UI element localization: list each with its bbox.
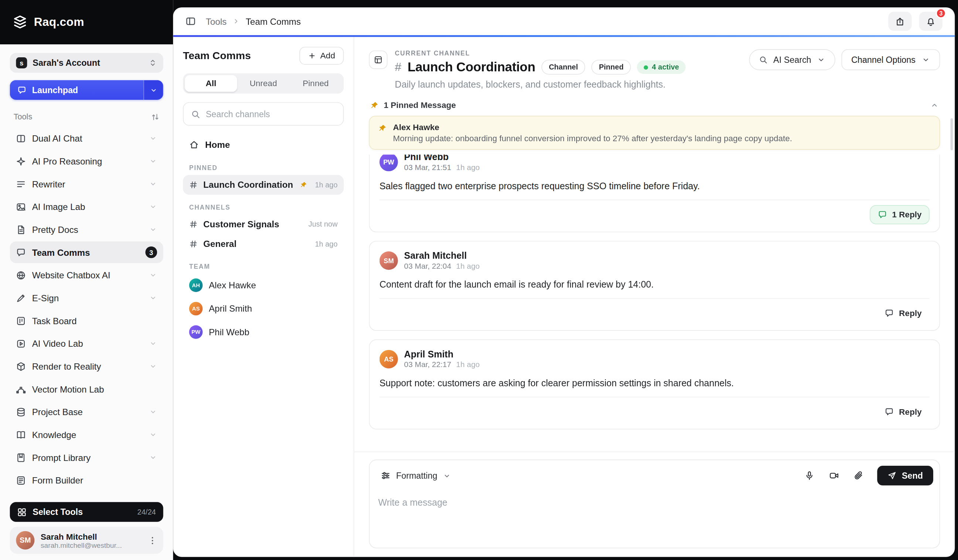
message-ago: 1h ago <box>456 360 480 369</box>
paperclip-icon <box>854 471 864 481</box>
sidebar-item-label: Vector Motion Lab <box>32 384 157 394</box>
sidebar-item-dual-ai-chat[interactable]: Dual AI Chat <box>10 127 163 149</box>
pinned-summary-bar[interactable]: 1 Pinned Message <box>369 98 940 112</box>
share-button[interactable] <box>888 12 912 31</box>
channel-item-customer-signals[interactable]: Customer SignalsJust now <box>183 214 344 234</box>
send-button[interactable]: Send <box>877 466 933 485</box>
channel-search[interactable] <box>183 102 344 126</box>
sidebar-item-form-builder[interactable]: Form Builder <box>10 470 163 491</box>
brand[interactable]: Raq.com <box>0 0 173 44</box>
online-dot <box>644 65 648 70</box>
sidebar-item-website-chatbox-ai[interactable]: Website Chatbox AI <box>10 264 163 286</box>
chevron-down-icon <box>149 271 157 279</box>
reply-button[interactable]: Reply <box>877 304 929 323</box>
composer-area: Formatting <box>354 452 955 557</box>
channel-icon-box <box>369 51 387 69</box>
chat-bubble-icon <box>17 86 27 95</box>
lines-icon <box>16 179 26 189</box>
chevron-down-icon <box>443 472 451 480</box>
channel-options-button[interactable]: Channel Options <box>841 49 940 70</box>
channel-item-launch-coordination[interactable]: Launch Coordination1h ago <box>183 175 344 194</box>
team-member-phil-webb[interactable]: PWPhil Webb <box>183 320 344 344</box>
sidebar-item-e-sign[interactable]: E-Sign <box>10 287 163 309</box>
channel-item-general[interactable]: General1h ago <box>183 234 344 254</box>
add-channel-button[interactable]: Add <box>300 47 344 65</box>
sidebar-item-prompt-library[interactable]: Prompt Library <box>10 447 163 468</box>
tab-unread[interactable]: Unread <box>237 75 290 92</box>
account-switcher[interactable]: s Sarah's Account <box>10 53 163 73</box>
reply-button[interactable]: Reply <box>877 402 929 421</box>
sidebar-item-team-comms[interactable]: Team Comms3 <box>10 241 163 263</box>
sidebar-item-task-board[interactable]: Task Board <box>10 310 163 331</box>
video-record-button[interactable] <box>823 466 845 485</box>
sidebar-item-render-to-reality[interactable]: Render to Reality <box>10 355 163 377</box>
message-ago: 1h ago <box>456 163 480 172</box>
sidebar-body: s Sarah's Account Launchpad Tools Dual A… <box>0 44 173 560</box>
launchpad-button[interactable]: Launchpad <box>10 80 163 100</box>
chevron-down-icon <box>149 431 157 439</box>
sidebar-item-label: AI Video Lab <box>32 339 143 349</box>
scrollbar-thumb[interactable] <box>951 118 953 151</box>
home-item[interactable]: Home <box>183 134 344 155</box>
more-options-icon[interactable] <box>148 536 157 545</box>
sidebar-item-project-base[interactable]: Project Base <box>10 401 163 422</box>
chevron-down-icon <box>149 339 157 347</box>
sidebar-toggle-icon[interactable] <box>186 16 196 26</box>
pin-icon <box>370 101 379 109</box>
tools-list: Dual AI ChatAI Pro ReasoningRewriterAI I… <box>7 127 166 499</box>
notifications-button[interactable]: 3 <box>919 12 942 31</box>
launchpad-expand[interactable] <box>143 80 163 100</box>
select-tools-button[interactable]: Select Tools 24/24 <box>10 502 163 522</box>
user-card[interactable]: SM Sarah Mitchell sarah.mitchell@westbur… <box>10 527 163 554</box>
sidebar-item-label: Dual AI Chat <box>32 133 143 143</box>
tab-all[interactable]: All <box>185 75 237 92</box>
sidebar-item-label: Website Chatbox AI <box>32 270 143 280</box>
message-meta: 03 Mar, 22:041h ago <box>404 262 479 270</box>
select-tools-count: 24/24 <box>138 508 156 516</box>
sidebar-item-vector-motion-lab[interactable]: Vector Motion Lab <box>10 378 163 400</box>
message-author: Phil Webb <box>404 154 479 162</box>
launchpad-main[interactable]: Launchpad <box>10 80 144 100</box>
message-date: 03 Mar, 22:17 <box>404 360 451 369</box>
voice-record-button[interactable] <box>798 466 820 485</box>
chevron-updown-icon <box>149 59 157 67</box>
message-input[interactable] <box>370 491 939 547</box>
attach-file-button[interactable] <box>847 466 870 485</box>
sidebar-item-knowledge[interactable]: Knowledge <box>10 424 163 446</box>
team-member-april-smith[interactable]: ASApril Smith <box>183 297 344 320</box>
sidebar-item-ai-pro-reasoning[interactable]: AI Pro Reasoning <box>10 151 163 172</box>
message-header: PWPhil Webb03 Mar, 21:511h ago <box>379 154 930 172</box>
member-name: Phil Webb <box>209 327 249 337</box>
doc-icon <box>16 225 26 235</box>
sidebar-item-label: Rewriter <box>32 179 143 189</box>
chevron-up-icon[interactable] <box>930 101 939 109</box>
columns-icon <box>16 133 26 143</box>
user-email: sarah.mitchell@westbur... <box>41 541 141 549</box>
select-tools-label: Select Tools <box>33 507 131 517</box>
sidebar-item-ai-image-lab[interactable]: AI Image Lab <box>10 196 163 217</box>
search-input[interactable] <box>206 109 336 119</box>
tab-pinned[interactable]: Pinned <box>289 75 342 92</box>
channel-panel-header: Team Comms Add <box>183 47 344 65</box>
chevron-down-icon <box>149 157 157 165</box>
pinned-message-card[interactable]: Alex Hawke Morning update: onboarding fu… <box>369 116 940 150</box>
formatting-button[interactable]: Formatting <box>376 467 456 484</box>
sidebar-item-ai-video-lab[interactable]: AI Video Lab <box>10 333 163 354</box>
message-list[interactable]: PWPhil Webb03 Mar, 21:511h agoSales flag… <box>369 154 940 451</box>
member-name: Alex Hawke <box>209 280 256 290</box>
reply-button[interactable]: 1 Reply <box>870 205 930 224</box>
sidebar-item-pretty-docs[interactable]: Pretty Docs <box>10 219 163 240</box>
chevron-down-icon <box>149 203 157 211</box>
breadcrumb-tools[interactable]: Tools <box>206 16 227 26</box>
sidebar-item-label: E-Sign <box>32 293 143 303</box>
sidebar-item-rewriter[interactable]: Rewriter <box>10 173 163 194</box>
message-id-block: Sarah Mitchell03 Mar, 22:041h ago <box>404 250 479 271</box>
board-icon <box>16 316 26 326</box>
sidebar-item-label: Knowledge <box>32 430 143 440</box>
message-date: 03 Mar, 22:04 <box>404 262 451 270</box>
ai-search-button[interactable]: AI Search <box>749 49 835 70</box>
add-label: Add <box>320 51 335 60</box>
sidebar-item-label: Project Base <box>32 407 143 417</box>
team-member-alex-hawke[interactable]: AHAlex Hawke <box>183 273 344 297</box>
sort-icon[interactable] <box>151 113 159 121</box>
